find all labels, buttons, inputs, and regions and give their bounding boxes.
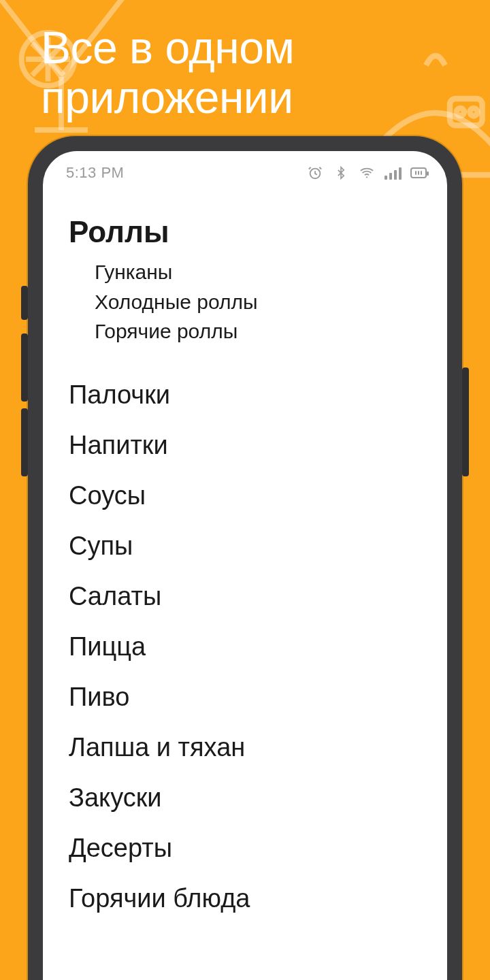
category-item[interactable]: Салаты [69, 571, 423, 621]
phone-screen: 5:13 PM [43, 151, 447, 980]
category-item[interactable]: Напитки [69, 420, 423, 470]
promo-headline: Все в одном приложении [41, 23, 294, 122]
subcategory-item[interactable]: Холодные роллы [95, 287, 423, 317]
phone-volume-up-button [21, 333, 28, 402]
status-icons [307, 165, 427, 181]
phone-volume-down-button [21, 408, 28, 476]
phone-power-button [462, 368, 469, 476]
svg-point-12 [366, 176, 368, 178]
phone-frame: 5:13 PM [28, 136, 462, 980]
category-item[interactable]: Горячии блюда [69, 873, 423, 924]
svg-point-10 [470, 108, 477, 116]
alarm-icon [307, 165, 323, 181]
category-item[interactable]: Палочки [69, 370, 423, 420]
bluetooth-icon [333, 165, 349, 181]
status-bar: 5:13 PM [43, 151, 447, 195]
subcategory-list: Гунканы Холодные роллы Горячие роллы [69, 257, 423, 346]
category-item[interactable]: Десерты [69, 823, 423, 873]
category-rolls[interactable]: Роллы [69, 215, 423, 249]
category-item[interactable]: Соусы [69, 470, 423, 521]
category-item[interactable]: Супы [69, 521, 423, 571]
phone-side-button [21, 286, 28, 320]
battery-icon [410, 165, 427, 181]
subcategory-item[interactable]: Гунканы [95, 257, 423, 287]
status-time: 5:13 PM [66, 164, 124, 182]
wifi-icon [359, 165, 375, 181]
category-item[interactable]: Лапша и тяхан [69, 722, 423, 772]
cellular-signal-icon [385, 165, 401, 181]
category-item[interactable]: Пиво [69, 672, 423, 722]
svg-point-9 [457, 108, 464, 116]
headline-line-1: Все в одном [41, 23, 294, 73]
subcategory-item[interactable]: Горячие роллы [95, 316, 423, 346]
category-item[interactable]: Закуски [69, 772, 423, 823]
category-item[interactable]: Пицца [69, 621, 423, 672]
menu-categories-screen[interactable]: Роллы Гунканы Холодные роллы Горячие рол… [43, 195, 447, 980]
headline-line-2: приложении [41, 73, 294, 122]
